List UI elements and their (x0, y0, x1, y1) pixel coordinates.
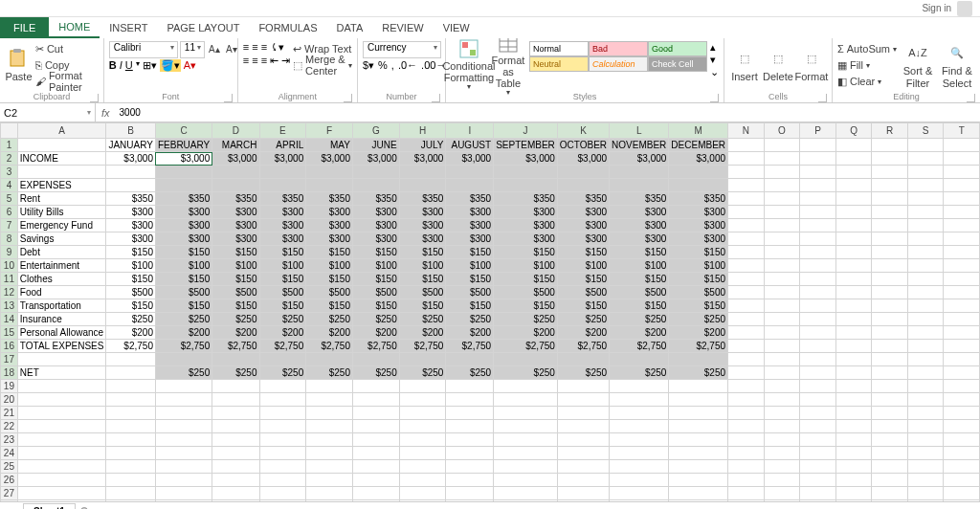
cell-S11[interactable] (907, 273, 944, 286)
cell-F17[interactable] (306, 353, 353, 366)
col-header-Q[interactable]: Q (835, 123, 872, 139)
cell-Q20[interactable] (835, 393, 872, 407)
cell-S16[interactable] (907, 340, 944, 353)
format-cells-button[interactable]: ⬚Format (796, 41, 827, 89)
cell-I8[interactable]: $300 (446, 232, 494, 246)
cell-M22[interactable] (669, 420, 728, 433)
cell-L22[interactable] (610, 420, 669, 433)
cell-P2[interactable] (800, 152, 836, 166)
cell-I4[interactable] (446, 179, 494, 192)
cell-S27[interactable] (907, 487, 944, 500)
tab-formulas[interactable]: FORMULAS (249, 17, 326, 38)
cell-C13[interactable]: $150 (155, 299, 212, 313)
italic-button[interactable]: I (120, 59, 122, 72)
cell-B11[interactable]: $150 (106, 273, 156, 286)
cell-R20[interactable] (872, 393, 908, 407)
cell-M13[interactable]: $150 (669, 299, 728, 313)
cell-G23[interactable] (352, 433, 399, 447)
cell-M6[interactable]: $300 (669, 206, 728, 219)
sort-filter-button[interactable]: A↓ZSort & Filter (900, 41, 936, 89)
cell-B13[interactable]: $150 (106, 299, 156, 313)
cell-C5[interactable]: $350 (155, 192, 212, 206)
cell-F27[interactable] (306, 487, 353, 500)
cell-M17[interactable] (669, 353, 728, 366)
cell-I16[interactable]: $2,750 (446, 340, 494, 353)
cell-I20[interactable] (446, 393, 494, 407)
cell-J21[interactable] (494, 407, 558, 420)
cell-R12[interactable] (872, 286, 908, 299)
cell-L11[interactable]: $150 (610, 273, 669, 286)
cell-A8[interactable]: Savings (17, 232, 106, 246)
cell-P24[interactable] (800, 447, 836, 460)
cell-Q12[interactable] (835, 286, 872, 299)
cell-E18[interactable]: $250 (259, 366, 306, 380)
cell-C20[interactable] (155, 393, 212, 407)
cell-A18[interactable]: NET (17, 366, 106, 380)
cell-H18[interactable]: $250 (399, 366, 446, 380)
cell-R2[interactable] (872, 152, 908, 166)
cell-O27[interactable] (764, 487, 800, 500)
cell-H24[interactable] (399, 447, 446, 460)
cell-G3[interactable] (352, 166, 399, 179)
cell-T14[interactable] (944, 313, 980, 326)
cell-E6[interactable]: $300 (259, 206, 306, 219)
cell-G26[interactable] (352, 474, 399, 487)
cell-J9[interactable]: $150 (494, 246, 558, 259)
cell-E15[interactable]: $200 (259, 326, 306, 340)
cell-I1[interactable]: AUGUST (446, 139, 494, 152)
cell-T16[interactable] (944, 340, 980, 353)
cell-N6[interactable] (728, 206, 765, 219)
cell-K21[interactable] (557, 407, 609, 420)
cell-J2[interactable]: $3,000 (494, 152, 558, 166)
cell-F28[interactable] (306, 500, 353, 502)
cell-A2[interactable]: INCOME (17, 152, 106, 166)
cell-J26[interactable] (494, 474, 558, 487)
cell-K2[interactable]: $3,000 (557, 152, 609, 166)
cell-O5[interactable] (764, 192, 800, 206)
cell-B10[interactable]: $100 (106, 259, 156, 273)
style-good[interactable]: Good (648, 41, 707, 56)
cell-C23[interactable] (155, 433, 212, 447)
cell-O6[interactable] (764, 206, 800, 219)
style-check-cell[interactable]: Check Cell (648, 56, 707, 72)
cell-I9[interactable]: $150 (446, 246, 494, 259)
cell-S13[interactable] (907, 299, 944, 313)
row-header-5[interactable]: 5 (1, 192, 18, 206)
cell-R16[interactable] (872, 340, 908, 353)
cell-O17[interactable] (764, 353, 800, 366)
style-gallery-more[interactable]: ⌄ (710, 66, 719, 78)
fx-icon[interactable]: fx (96, 107, 116, 119)
cell-D23[interactable] (212, 433, 259, 447)
cell-K5[interactable]: $350 (557, 192, 609, 206)
cell-S10[interactable] (907, 259, 944, 273)
cell-B19[interactable] (106, 380, 156, 393)
cell-R18[interactable] (872, 366, 908, 380)
cell-Q28[interactable] (835, 500, 872, 502)
cell-P10[interactable] (800, 259, 836, 273)
cell-R9[interactable] (872, 246, 908, 259)
cell-J13[interactable]: $150 (494, 299, 558, 313)
col-header-J[interactable]: J (494, 123, 558, 139)
cell-B14[interactable]: $250 (106, 313, 156, 326)
cell-P4[interactable] (800, 179, 836, 192)
cell-I3[interactable] (446, 166, 494, 179)
cell-E24[interactable] (259, 447, 306, 460)
cell-E8[interactable]: $300 (259, 232, 306, 246)
cell-D1[interactable]: MARCH (212, 139, 259, 152)
cell-Q26[interactable] (835, 474, 872, 487)
cell-F2[interactable]: $3,000 (306, 152, 353, 166)
tab-data[interactable]: DATA (327, 17, 373, 38)
cell-R24[interactable] (872, 447, 908, 460)
cell-K19[interactable] (557, 380, 609, 393)
cell-S6[interactable] (907, 206, 944, 219)
style-bad[interactable]: Bad (589, 41, 648, 56)
cell-A23[interactable] (17, 433, 106, 447)
cell-Q6[interactable] (835, 206, 872, 219)
cell-P1[interactable] (800, 139, 836, 152)
style-gallery-down[interactable]: ▾ (710, 54, 719, 66)
cell-D28[interactable] (212, 500, 259, 502)
cell-N26[interactable] (728, 474, 765, 487)
cell-E1[interactable]: APRIL (259, 139, 306, 152)
cell-I27[interactable] (446, 487, 494, 500)
cell-B28[interactable] (106, 500, 156, 502)
